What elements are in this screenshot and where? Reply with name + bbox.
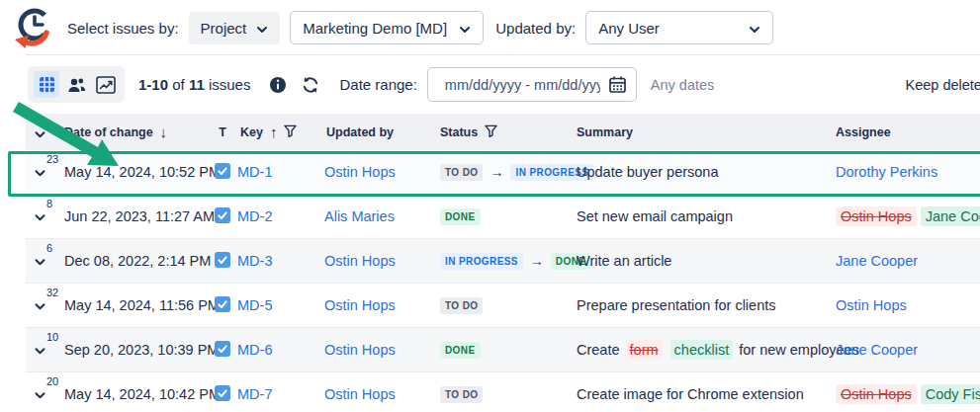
header-expand-all[interactable] bbox=[26, 114, 59, 150]
summary-text: Set new email campaign bbox=[577, 208, 733, 224]
assignee-diff-added: Cody Fisher bbox=[921, 384, 980, 404]
issue-key-link[interactable]: MD-1 bbox=[237, 164, 272, 180]
assignee-link[interactable]: Dorothy Perkins bbox=[836, 164, 937, 180]
expand-chevron-icon[interactable] bbox=[35, 170, 45, 177]
table-row[interactable]: 8 Jun 22, 2023, 11:27 AM MD-2 Alis Marie… bbox=[26, 195, 980, 239]
sort-asc-icon[interactable]: ↑ bbox=[270, 124, 278, 140]
calendar-icon[interactable] bbox=[608, 75, 627, 98]
status-cell: DONE bbox=[438, 342, 575, 359]
task-type-icon bbox=[215, 385, 230, 404]
expand-chevron-icon[interactable] bbox=[35, 348, 45, 355]
chevron-down-icon[interactable] bbox=[35, 131, 45, 138]
header-status[interactable]: Status bbox=[438, 124, 575, 140]
header-date-label: Date of change bbox=[64, 125, 153, 139]
updated-by-value: Any User bbox=[598, 20, 660, 37]
status-cell: TO DO→IN PROGRESS bbox=[438, 164, 575, 181]
expand-chevron-icon[interactable] bbox=[35, 303, 45, 310]
header-type-label: T bbox=[219, 125, 226, 139]
project-select-dropdown[interactable]: Marketing Demo [MD] bbox=[290, 11, 484, 44]
updated-by-link[interactable]: Ostin Hops bbox=[324, 297, 396, 313]
assignee-link[interactable]: Ostin Hops bbox=[836, 297, 907, 313]
status-badge: TO DO bbox=[440, 386, 483, 403]
select-issues-by-dropdown[interactable]: Project bbox=[189, 12, 281, 44]
type-cell bbox=[208, 296, 237, 315]
header-updated-by[interactable]: Updated by bbox=[324, 125, 438, 139]
summary-cell: Write an article bbox=[575, 253, 834, 269]
type-cell bbox=[208, 341, 237, 360]
status-cell: DONE bbox=[438, 208, 575, 225]
type-cell bbox=[208, 252, 237, 271]
header-key[interactable]: Key ↑ bbox=[237, 124, 324, 140]
expand-chevron-icon[interactable] bbox=[35, 392, 45, 399]
table-row[interactable]: 20 May 14, 2024, 10:42 PM MD-7 Ostin Hop… bbox=[26, 372, 980, 412]
table-header: Date of change ↓ T Key ↑ Updated by Stat… bbox=[26, 114, 980, 150]
changes-count-badge: 23 bbox=[46, 153, 58, 165]
table-row-highlighted[interactable]: 23 May 14, 2024, 10:52 PM MD-1 Ostin Hop… bbox=[26, 150, 980, 195]
updated-by-link[interactable]: Ostin Hops bbox=[324, 386, 396, 402]
filter-icon[interactable] bbox=[485, 124, 497, 140]
assignee-diff-removed: Ostin Hops bbox=[836, 206, 917, 226]
sort-desc-icon[interactable]: ↓ bbox=[160, 124, 168, 140]
status-change-arrow-icon: → bbox=[490, 164, 503, 180]
task-type-icon bbox=[215, 207, 230, 226]
summary-text: Update buyer persona bbox=[577, 164, 719, 180]
assignee-link[interactable]: Jane Cooper bbox=[836, 253, 918, 269]
date-of-change-cell: Jun 22, 2023, 11:27 AM bbox=[59, 208, 208, 224]
chevron-down-icon bbox=[459, 20, 471, 37]
issue-key-link[interactable]: MD-3 bbox=[237, 253, 272, 269]
table-row[interactable]: 32 May 14, 2024, 11:56 PM MD-5 Ostin Hop… bbox=[26, 284, 980, 328]
issue-key-link[interactable]: MD-7 bbox=[237, 386, 272, 402]
expand-chevron-icon[interactable] bbox=[35, 214, 45, 221]
status-badge: DONE bbox=[440, 208, 481, 225]
updated-by-label: Updated by: bbox=[495, 20, 576, 37]
updated-by-dropdown[interactable]: Any User bbox=[585, 11, 773, 44]
header-key-label: Key bbox=[240, 125, 263, 139]
date-of-change-cell: May 14, 2024, 10:52 PM bbox=[59, 164, 208, 180]
issue-key-link[interactable]: MD-2 bbox=[237, 208, 272, 224]
issue-key-link[interactable]: MD-5 bbox=[237, 297, 272, 313]
updated-by-link[interactable]: Ostin Hops bbox=[324, 164, 396, 180]
date-of-change-cell: May 14, 2024, 11:56 PM bbox=[59, 297, 208, 313]
expand-cell: 23 bbox=[26, 150, 59, 194]
filter-bar: Select issues by: Project Marketing Demo… bbox=[0, 0, 980, 55]
task-type-icon bbox=[215, 252, 230, 271]
changes-count-badge: 8 bbox=[46, 198, 52, 209]
updated-by-link[interactable]: Alis Maries bbox=[324, 208, 395, 224]
updated-by-link[interactable]: Ostin Hops bbox=[324, 253, 396, 269]
select-issues-by-value: Project bbox=[201, 20, 247, 37]
any-dates-label: Any dates bbox=[651, 77, 715, 93]
status-cell: TO DO bbox=[438, 386, 575, 403]
summary-diff-added: checklist bbox=[670, 340, 734, 360]
type-cell bbox=[208, 385, 237, 404]
info-icon[interactable] bbox=[269, 76, 287, 94]
header-updated-by-label: Updated by bbox=[326, 125, 394, 139]
chart-view-icon[interactable] bbox=[93, 71, 119, 98]
header-type[interactable]: T bbox=[208, 125, 237, 139]
table-row[interactable]: 6 Dec 08, 2022, 2:14 PM MD-3 Ostin Hops … bbox=[26, 239, 980, 284]
refresh-icon[interactable] bbox=[301, 75, 320, 95]
header-assignee[interactable]: Assignee bbox=[834, 125, 980, 139]
date-of-change-cell: Dec 08, 2022, 2:14 PM bbox=[59, 253, 208, 269]
filter-icon[interactable] bbox=[284, 124, 297, 140]
issue-key-link[interactable]: MD-6 bbox=[237, 342, 272, 358]
users-view-icon[interactable] bbox=[63, 71, 89, 98]
type-cell bbox=[208, 207, 237, 226]
summary-text: Prepare presentation for clients bbox=[577, 297, 776, 313]
changes-count-badge: 20 bbox=[46, 375, 58, 387]
header-date-of-change[interactable]: Date of change ↓ bbox=[59, 124, 208, 140]
table-row[interactable]: 10 Sep 20, 2023, 10:39 PM MD-6 Ostin Hop… bbox=[26, 328, 980, 372]
header-summary[interactable]: Summary bbox=[575, 125, 834, 139]
changes-count-badge: 10 bbox=[46, 331, 58, 343]
assignee-link[interactable]: Jane Cooper bbox=[836, 342, 918, 358]
issues-count-word: issues bbox=[209, 76, 251, 93]
summary-text: Write an article bbox=[577, 253, 671, 269]
select-issues-by-label: Select issues by: bbox=[67, 20, 179, 37]
date-range-field bbox=[427, 67, 637, 102]
task-type-icon bbox=[215, 341, 230, 360]
expand-cell: 32 bbox=[26, 284, 59, 327]
date-range-input[interactable] bbox=[427, 67, 637, 102]
expand-chevron-icon[interactable] bbox=[35, 259, 45, 266]
table-view-icon[interactable] bbox=[34, 71, 59, 98]
status-badge: TO DO bbox=[440, 297, 483, 314]
updated-by-link[interactable]: Ostin Hops bbox=[324, 342, 396, 358]
